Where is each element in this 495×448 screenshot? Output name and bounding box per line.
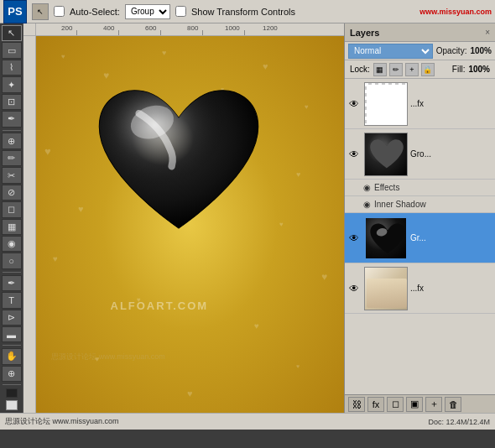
ruler-label-800: 800	[187, 24, 198, 32]
small-heart-1: ♥	[61, 53, 65, 60]
blend-mode-select[interactable]: Normal Multiply Screen Overlay	[348, 44, 433, 59]
path-tool[interactable]: ⊳	[2, 310, 22, 326]
delete-layer-btn[interactable]: 🗑	[445, 397, 461, 412]
opacity-label: Opacity:	[436, 46, 467, 55]
layer-eye-3[interactable]: 👁	[346, 231, 362, 246]
clone-tool[interactable]: ✂	[2, 167, 22, 183]
background-color[interactable]	[6, 400, 18, 410]
ruler-label-600: 600	[145, 24, 156, 32]
small-heart-7: ♥	[44, 145, 51, 158]
top-toolbar: PS ↖ Auto-Select: Group Layer Show Trans…	[0, 0, 495, 23]
text-tool[interactable]: T	[2, 292, 22, 308]
blur-tool[interactable]: ◉	[2, 236, 22, 252]
inner-shadow-icon: ◉	[363, 200, 371, 209]
small-heart-3: ♥	[162, 49, 166, 57]
ruler-label-400: 400	[103, 24, 114, 32]
small-heart-9: ♥	[78, 204, 84, 214]
small-heart-6: ♥	[305, 103, 309, 111]
zoom-tool[interactable]: ⊕	[2, 366, 22, 382]
gradient-tool[interactable]: ▦	[2, 219, 22, 235]
autoselect-checkbox[interactable]	[54, 6, 65, 17]
layers-title: Layers	[350, 28, 379, 38]
ruler-tick-1000	[244, 30, 245, 36]
small-heart-10: ♥	[279, 221, 284, 228]
fill-value: 100%	[468, 65, 490, 74]
lock-image-btn[interactable]: ✏	[389, 63, 403, 76]
heart-svg	[86, 78, 271, 246]
layers-header: Layers ×	[345, 23, 495, 42]
lock-all-btn[interactable]: 🔒	[421, 63, 435, 76]
spot-heal-tool[interactable]: ⊕	[2, 133, 22, 148]
top-watermark: www.missyuan.com	[419, 8, 492, 16]
thumb-heart-svg-3	[368, 221, 407, 259]
layers-close-btn[interactable]: ×	[485, 28, 490, 37]
lock-transparent-btn[interactable]: ▦	[373, 63, 387, 76]
ruler-tick-400	[118, 30, 119, 36]
move-tool[interactable]: ↖	[2, 25, 22, 41]
lock-label: Lock:	[350, 65, 370, 74]
autoselect-label: Auto-Select:	[70, 7, 120, 17]
new-layer-btn[interactable]: ＋	[425, 397, 442, 412]
hand-tool[interactable]: ✋	[2, 348, 22, 364]
lasso-tool[interactable]: ⌇	[2, 60, 22, 76]
layer-thumb-2	[364, 133, 408, 176]
brush-tool[interactable]: ✏	[2, 150, 22, 166]
new-group-btn[interactable]: ▣	[406, 397, 423, 412]
fill-label: Fill:	[452, 65, 466, 74]
ruler-label-1200: 1200	[263, 24, 278, 32]
layer-item-4[interactable]: 👁 ...fx	[345, 263, 495, 314]
layer-thumb-3	[364, 216, 408, 260]
layer-thumb-4	[364, 267, 408, 310]
canvas-watermark: ALFOART.COM	[110, 300, 208, 312]
lock-position-btn[interactable]: +	[405, 63, 419, 76]
layer-thumb-1	[364, 82, 408, 126]
transform-checkbox[interactable]	[175, 6, 186, 17]
layers-bottom: ⛓ fx ◻ ▣ ＋ 🗑	[345, 394, 495, 413]
tools-panel: ↖ ▭ ⌇ ✦ ⊡ ✒ ⊕ ✏ ✂ ⊘ ◻ ▦ ◉ ○ ✒ T ⊳ ▬ ✋ ⊕	[0, 23, 23, 413]
sub-effect-inner-shadow: ◉ Inner Shadow	[345, 196, 495, 213]
add-fx-btn[interactable]: fx	[367, 397, 384, 412]
link-layers-btn[interactable]: ⛓	[348, 397, 365, 412]
small-heart-17: ♥	[187, 388, 193, 399]
marquee-tool[interactable]: ▭	[2, 42, 22, 58]
move-tool-btn[interactable]: ↖	[32, 3, 49, 20]
thumb-heart-svg-2	[368, 137, 405, 174]
main-heart	[86, 78, 271, 246]
add-mask-btn[interactable]: ◻	[387, 397, 404, 412]
layer-item-1[interactable]: 👁 ...fx	[345, 79, 495, 129]
transform-label: Show Transform Controls	[191, 7, 295, 17]
layer-eye-1[interactable]: 👁	[346, 96, 362, 112]
layer-info-4: ...fx	[410, 284, 493, 293]
ruler-label-1000: 1000	[225, 24, 240, 32]
layer-name-2: Gro...	[410, 149, 493, 159]
ruler-vertical	[23, 36, 36, 413]
crop-tool[interactable]: ⊡	[2, 94, 22, 110]
small-heart-12: ♥	[321, 271, 327, 283]
group-select[interactable]: Group Layer	[125, 4, 170, 19]
layers-list: 👁 ...fx 👁	[345, 79, 495, 394]
opacity-value: 100%	[470, 46, 492, 55]
layer-eye-4[interactable]: 👁	[346, 281, 362, 296]
effects-icon: ◉	[363, 183, 371, 192]
sub-effect-effects: ◉ Effects	[345, 180, 495, 196]
ruler-corner	[23, 23, 36, 36]
foreground-color[interactable]	[6, 388, 18, 399]
ps-logo: PS	[3, 0, 27, 23]
layer-eye-2[interactable]: 👁	[346, 147, 362, 162]
ruler-horizontal: 200 400 600 800 1000 1200	[36, 23, 344, 36]
pen-tool[interactable]: ✒	[2, 275, 22, 291]
shape-tool[interactable]: ▬	[2, 326, 22, 342]
eraser-tool[interactable]: ◻	[2, 201, 22, 217]
eyedrop-tool[interactable]: ✒	[2, 111, 22, 127]
layer-name-1: ...fx	[410, 99, 493, 108]
main-area: ↖ ▭ ⌇ ✦ ⊡ ✒ ⊕ ✏ ✂ ⊘ ◻ ▦ ◉ ○ ✒ T ⊳ ▬ ✋ ⊕ …	[0, 23, 495, 413]
image-canvas[interactable]: ♥ ♥ ♥ ♥ ♥ ♥ ♥ ♥ ♥ ♥ ♥ ♥ ♥ ♥ ♥ ♥ ♥	[36, 36, 344, 413]
layer-item-3[interactable]: 👁 Gr...	[345, 213, 495, 263]
quick-select-tool[interactable]: ✦	[2, 76, 22, 92]
history-brush-tool[interactable]: ⊘	[2, 185, 22, 201]
layer-info-3: Gr...	[410, 233, 493, 242]
ruler-label-200: 200	[61, 24, 72, 32]
layer-item-2[interactable]: 👁 Gro...	[345, 129, 495, 180]
dodge-tool[interactable]: ○	[2, 253, 22, 268]
bottom-left-text: 思源设计论坛 www.missyuan.com	[51, 352, 165, 362]
